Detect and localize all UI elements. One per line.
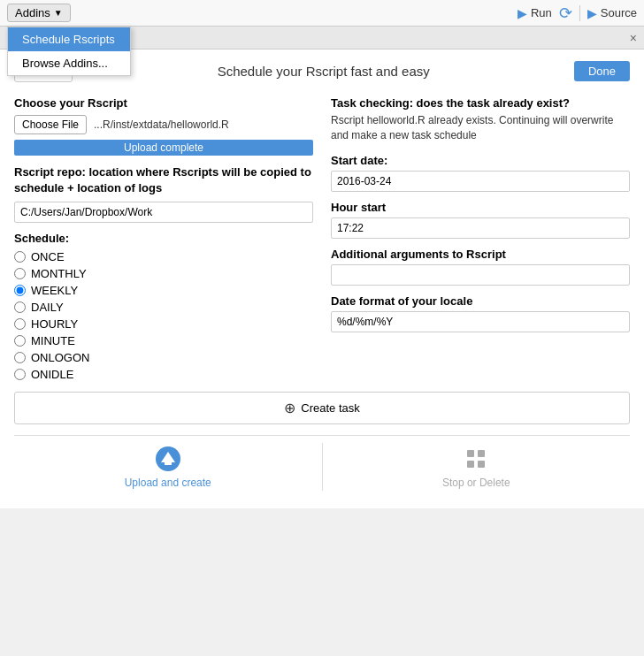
addins-dropdown: Schedule Rscripts Browse Addins... (7, 27, 131, 76)
upload-create-button[interactable]: Upload and create (14, 436, 322, 498)
done-button[interactable]: Done (574, 61, 630, 81)
run-label: Run (531, 6, 552, 19)
task-check-title: Task checking: does the task already exi… (331, 96, 630, 110)
schedule-once[interactable]: ONCE (14, 250, 313, 263)
source-label: Source (601, 6, 637, 19)
schedule-monthly-label: MONTHLY (31, 267, 87, 280)
date-format-input[interactable] (331, 311, 630, 332)
dropdown-item-schedule[interactable]: Schedule Rscripts (8, 27, 130, 51)
additional-args-input[interactable] (331, 264, 630, 286)
toolbar-icon-2: ⟳ (559, 4, 572, 23)
schedule-hourly[interactable]: HOURLY (14, 317, 313, 331)
source-icon: ▶ (587, 6, 597, 20)
radio-daily[interactable] (14, 301, 26, 313)
create-task-label: Create task (301, 401, 359, 415)
schedule-hourly-label: HOURLY (31, 317, 78, 331)
left-column: Choose your Rscript Choose File ...R/ins… (14, 96, 313, 381)
svg-rect-2 (165, 462, 172, 465)
hour-start-label: Hour start (331, 201, 630, 214)
main-columns: Choose your Rscript Choose File ...R/ins… (14, 96, 630, 381)
create-task-bar[interactable]: ⊕ Create task (14, 392, 630, 424)
svg-rect-4 (478, 450, 485, 457)
stop-delete-button[interactable]: Stop or Delete (323, 436, 631, 498)
additional-args-label: Additional arguments to Rscript (331, 248, 630, 261)
right-toolbar: ▶ Run ⟳ ▶ Source (518, 4, 637, 23)
file-path-display: ...R/inst/extdata/helloworld.R (94, 118, 229, 131)
dialog-content: Cancel Schedule your Rscript fast and ea… (0, 50, 644, 508)
upload-icon (154, 445, 182, 473)
run-button[interactable]: ▶ Run (518, 6, 552, 20)
schedule-monthly[interactable]: MONTHLY (14, 267, 313, 280)
radio-onidle[interactable] (14, 369, 26, 380)
start-date-label: Start date: (331, 154, 630, 167)
upload-create-label: Upload and create (125, 477, 211, 489)
upload-progress-bar: Upload complete (14, 140, 313, 156)
schedule-daily-label: DAILY (31, 301, 64, 314)
addins-dropdown-arrow: ▼ (54, 8, 63, 18)
radio-once[interactable] (14, 251, 26, 263)
schedule-onlogon[interactable]: ONLOGON (14, 351, 313, 364)
toolbar-separator (579, 5, 580, 21)
schedule-onlogon-label: ONLOGON (31, 351, 89, 364)
stop-delete-label: Stop or Delete (442, 477, 510, 489)
schedule-onidle[interactable]: ONIDLE (14, 368, 313, 381)
svg-rect-5 (467, 461, 474, 468)
addins-label: Addins (15, 6, 50, 19)
hour-start-input[interactable] (331, 217, 630, 239)
source-button[interactable]: ▶ Source (587, 6, 637, 20)
task-check-desc: Rscript helloworld.R already exists. Con… (331, 113, 630, 143)
create-task-icon: ⊕ (284, 400, 295, 416)
start-date-input[interactable] (331, 171, 630, 192)
schedule-minute-label: MINUTE (31, 334, 75, 347)
radio-minute[interactable] (14, 335, 26, 347)
addins-menu-button[interactable]: Addins ▼ (7, 4, 71, 22)
schedule-label: Schedule: (14, 232, 313, 245)
radio-weekly[interactable] (14, 285, 26, 296)
schedule-once-label: ONCE (31, 250, 65, 263)
schedule-daily[interactable]: DAILY (14, 301, 313, 314)
schedule-radio-group: ONCE MONTHLY WEEKLY DAILY HOURLY (14, 250, 313, 381)
date-format-label: Date format of your locale (331, 294, 630, 308)
radio-hourly[interactable] (14, 318, 26, 330)
dropdown-item-browse[interactable]: Browse Addins... (8, 51, 130, 75)
bottom-actions: Upload and create Stop or Delete (14, 435, 630, 498)
radio-onlogon[interactable] (14, 352, 26, 363)
svg-rect-3 (467, 450, 474, 457)
svg-rect-6 (478, 461, 485, 468)
repo-label: Rscript repo: location where Rscripts wi… (14, 164, 313, 196)
run-icon: ▶ (518, 6, 527, 20)
radio-monthly[interactable] (14, 268, 26, 279)
close-button[interactable]: × (630, 32, 637, 44)
repo-path-input[interactable] (14, 202, 313, 223)
dialog-title: Schedule your Rscript fast and easy (73, 64, 573, 79)
choose-file-button[interactable]: Choose File (14, 115, 87, 134)
menu-bar: Addins ▼ Schedule Rscripts Browse Addins… (0, 0, 644, 27)
right-column: Task checking: does the task already exi… (331, 96, 630, 381)
schedule-minute[interactable]: MINUTE (14, 334, 313, 347)
schedule-weekly[interactable]: WEEKLY (14, 284, 313, 297)
schedule-onidle-label: ONIDLE (31, 368, 73, 381)
schedule-weekly-label: WEEKLY (31, 284, 78, 297)
grid-icon (462, 445, 490, 473)
choose-rscript-label: Choose your Rscript (14, 96, 313, 110)
file-chooser-row: Choose File ...R/inst/extdata/helloworld… (14, 115, 313, 134)
